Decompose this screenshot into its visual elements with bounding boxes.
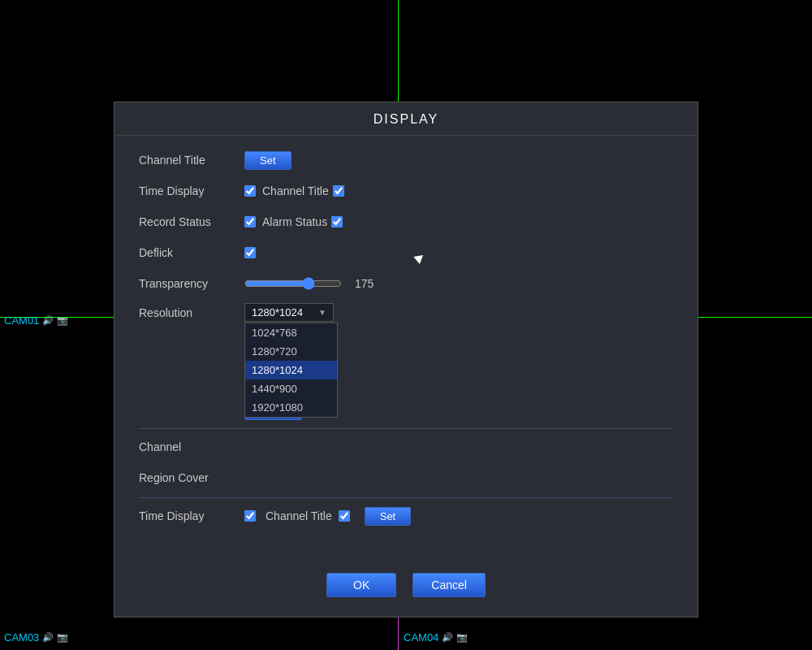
channel-title-cb-item: Channel Title (262, 184, 344, 197)
display-dialog: DISPLAY Channel Title Set Time Display C… (114, 102, 698, 618)
record-status-cb-item (244, 216, 256, 228)
resolution-dropdown-list: 1024*768 1280*720 1280*1024 1440*900 192… (244, 323, 338, 418)
resolution-option-1920[interactable]: 1920*1080 (245, 398, 337, 417)
record-status-label: Record Status (139, 215, 244, 228)
channel-label: Channel (139, 440, 244, 453)
channel-title-cb-label: Channel Title (262, 184, 329, 197)
channel-title-checkbox[interactable] (333, 185, 344, 197)
dialog-body: Channel Title Set Time Display Channel T… (114, 136, 698, 548)
transparency-row: Transparency 175 (139, 272, 673, 295)
ok-button[interactable]: OK (326, 573, 396, 597)
resolution-current-value: 1280*1024 (252, 306, 303, 318)
set2-button[interactable]: Set (365, 507, 412, 526)
deflick-row: Deflick (139, 241, 673, 264)
resolution-option-1280-720[interactable]: 1280*720 (245, 342, 337, 361)
alarm-status-cb-item: Alarm Status (262, 215, 343, 228)
resolution-dropdown[interactable]: 1280*1024 ▼ (244, 303, 334, 322)
channel-title-set-button[interactable]: Set (244, 151, 292, 170)
time-display2-row: Time Display Channel Title Set (139, 505, 673, 527)
channel-row: Channel (139, 436, 673, 458)
separator (139, 428, 673, 429)
time-display2-checkbox[interactable] (244, 510, 256, 522)
alarm-status-checkbox[interactable] (331, 216, 343, 228)
record-status-checkbox[interactable] (244, 216, 256, 228)
cancel-button[interactable]: Cancel (412, 573, 486, 597)
mouse-cursor (413, 255, 425, 265)
record-status-row: Record Status Alarm Status (139, 210, 673, 233)
alarm-status-label: Alarm Status (262, 215, 327, 228)
transparency-label: Transparency (139, 277, 244, 290)
time-display-row: Time Display Channel Title (139, 180, 673, 202)
resolution-row: Resolution 1280*1024 ▼ 1024*768 1280*720… (139, 303, 673, 326)
time-display-label: Time Display (139, 184, 244, 197)
resolution-label: Resolution (139, 306, 244, 319)
transparency-controls: 175 (244, 277, 374, 290)
resolution-container: 1280*1024 ▼ 1024*768 1280*720 1280*1024 … (244, 303, 334, 322)
deflick-label: Deflick (139, 246, 244, 259)
time-display-checkbox[interactable] (244, 185, 256, 197)
channel-title-label: Channel Title (139, 154, 244, 167)
dialog-overlay: DISPLAY Channel Title Set Time Display C… (0, 0, 812, 650)
record-status-checkbox-group: Alarm Status (244, 215, 343, 228)
resolution-option-1280-1024[interactable]: 1280*1024 (245, 361, 337, 379)
resolution-option-1440[interactable]: 1440*900 (245, 379, 337, 398)
deflick-checkbox[interactable] (244, 247, 256, 258)
dialog-title: DISPLAY (114, 102, 698, 136)
resolution-option-1024[interactable]: 1024*768 (245, 323, 337, 342)
time-display-cb-item (244, 185, 256, 197)
region-cover-row: Region Cover (139, 466, 673, 489)
region-cover-label: Region Cover (139, 471, 244, 484)
time-display2-label: Time Display (139, 509, 244, 522)
channel-title2-cb-label: Channel Title (266, 509, 332, 522)
transparency-slider[interactable] (244, 277, 342, 290)
transparency-value: 175 (355, 277, 374, 290)
separator2 (139, 497, 673, 498)
channel-title-row: Channel Title Set (139, 149, 673, 171)
time-display2-checkbox-group: Channel Title Set (244, 507, 411, 526)
tour-row: Tour (139, 397, 673, 420)
channel-title2-checkbox[interactable] (339, 510, 350, 522)
time-display-checkbox-group: Channel Title (244, 184, 344, 197)
dialog-footer: OK Cancel (114, 557, 698, 617)
dropdown-arrow-icon: ▼ (318, 308, 326, 317)
